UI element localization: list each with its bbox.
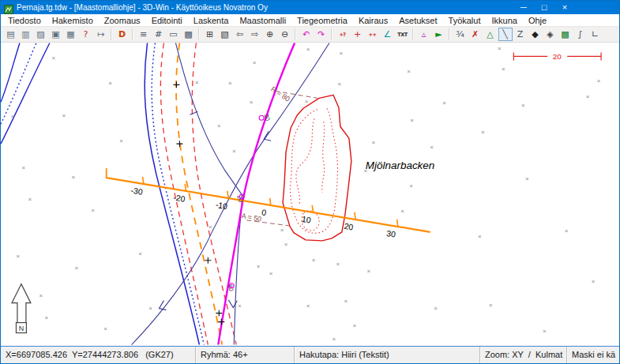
grid-point-marker: × (592, 278, 596, 285)
menu-zoomaus[interactable]: Zoomaus (99, 16, 146, 25)
tangent-arrow-icon (264, 131, 271, 141)
survey-point-marker (176, 141, 182, 147)
status-group: Ryhmä: 46+ (196, 347, 295, 363)
menu-maastomalli[interactable]: Maastomalli (234, 16, 291, 25)
menu-editointi[interactable]: Editointi (146, 16, 188, 25)
menu-ikkuna[interactable]: Ikkuna (486, 16, 522, 25)
tangent-line-2 (175, 43, 242, 344)
toolbar-separator (412, 28, 414, 40)
station-label: 0 (261, 208, 267, 217)
profile-tool-icon[interactable]: ▵ (417, 28, 431, 41)
hill-contour-outer (283, 95, 351, 241)
grid-point-marker: × (232, 148, 236, 155)
corner-contour-blue-dotted (1, 43, 36, 124)
grid-point-marker: × (45, 314, 49, 321)
file-help-icon[interactable]: ? (79, 28, 93, 41)
toolbar-separator (449, 28, 450, 40)
grid-point-marker: × (22, 164, 26, 171)
grid-point-marker: × (195, 79, 199, 86)
xyz-convert-icon[interactable]: ¾ (453, 28, 468, 41)
check-points-icon[interactable]: ✗ (468, 28, 483, 41)
logo-d-icon[interactable]: D (115, 28, 130, 41)
grid-dialog-icon[interactable]: ▩ (182, 28, 196, 41)
model-shield-icon[interactable]: ▩ (558, 28, 573, 41)
grid-point-marker: × (333, 336, 336, 343)
file-read-icon[interactable]: ▤ (4, 28, 18, 41)
point-add-icon[interactable]: + (351, 28, 365, 41)
line-z-icon[interactable]: Z (513, 28, 528, 41)
map-canvas[interactable]: R = 80 A = 50 Mjölnarbacken 20 N (1, 43, 619, 346)
grid-point-marker: × (306, 302, 310, 310)
scale-bar-label: 20 (553, 52, 562, 61)
zoom-window-icon[interactable]: ▧ (218, 28, 232, 41)
file-copy-icon[interactable]: ▣ (49, 28, 63, 41)
maximize-button[interactable]: □ (534, 1, 554, 14)
grid-point-marker: × (344, 298, 348, 305)
grid-point-marker: × (543, 328, 547, 335)
clothoid-annotation: A = 50 (241, 212, 262, 223)
north-arrow-icon: N (12, 284, 31, 333)
hill-contour-finger-dotted (322, 122, 325, 193)
grid-point-marker: × (586, 93, 590, 100)
toolbar-separator (331, 28, 333, 40)
grid-point-marker: × (52, 54, 56, 62)
station-label: -30 (130, 186, 144, 197)
file-browse-icon[interactable]: ▨ (34, 28, 48, 41)
toolbar-separator (198, 28, 200, 40)
triangle-label-icon[interactable]: △ (483, 28, 498, 41)
hook-tool-icon[interactable]: ∟ (588, 28, 603, 41)
grid-point-marker: × (17, 253, 21, 260)
zoom-out-icon[interactable]: ⊖ (278, 28, 292, 41)
survey-point-marker (218, 319, 224, 325)
app-window: Pernaja.tg.tdw - [Maastomalliohje] - 3D-… (0, 0, 620, 364)
minimize-button[interactable]: ─ (513, 1, 534, 14)
file-save-icon[interactable]: ▥ (19, 28, 33, 41)
text-tool-icon[interactable]: TXT (396, 28, 410, 41)
point-move-icon[interactable]: ++ (366, 28, 380, 41)
undo-icon[interactable]: ↶ (299, 28, 314, 41)
survey-point-marker (216, 310, 222, 317)
menu-laskenta[interactable]: Laskenta (188, 16, 235, 25)
grid-point-marker: × (400, 208, 404, 215)
grid-point-marker: × (269, 270, 273, 277)
redo-icon[interactable]: ↷ (314, 28, 329, 41)
grid-point-marker: × (138, 250, 142, 257)
stream-line-blue-solid (145, 43, 199, 344)
close-button[interactable]: × (554, 1, 575, 14)
file-pages-icon[interactable]: ▦ (64, 28, 78, 41)
menu-kairaus[interactable]: Kairaus (353, 16, 393, 25)
menu-asetukset[interactable]: Asetukset (393, 16, 442, 25)
file-export-icon[interactable]: ↦ (94, 28, 108, 41)
angle-tool-icon[interactable]: ∠ (381, 28, 395, 41)
survey-point-marker (173, 81, 179, 88)
menu-ty-kalut[interactable]: Työkalut (443, 16, 487, 25)
station-label: 10 (301, 215, 311, 225)
curve-fit-icon[interactable]: ∫ (573, 28, 588, 41)
print-icon[interactable]: ≡ (137, 28, 151, 41)
station-label: 30 (385, 229, 396, 239)
zoom-next-icon[interactable]: ⇨ (248, 28, 262, 41)
toolbar-separator (295, 28, 296, 40)
zoom-extents-icon[interactable]: ⊞ (203, 28, 217, 41)
corner-contour-blue-2 (1, 43, 50, 144)
dialog-icon[interactable]: ▭ (167, 28, 181, 41)
model-circle-icon[interactable]: ◈ (543, 28, 558, 41)
tin-model-icon[interactable]: ◆ (528, 28, 543, 41)
status-coordinates: X=6697085.426 Y=27444273.806 (GK27) (1, 347, 196, 363)
grid-point-marker: × (481, 129, 485, 136)
flag-tool-icon[interactable]: ► (432, 28, 446, 41)
menu-ohje[interactable]: Ohje (523, 16, 552, 25)
menu-tiegeometria[interactable]: Tiegeometria (291, 16, 353, 25)
grid-point-marker: × (407, 68, 411, 75)
zoom-previous-icon[interactable]: ⇦ (233, 28, 247, 41)
menu-hakemisto[interactable]: Hakemisto (47, 16, 99, 25)
menu-tiedosto[interactable]: Tiedosto (2, 16, 47, 25)
line-point-tool-icon[interactable]: ╲ (498, 28, 513, 41)
zoom-in-icon[interactable]: ⊕ (263, 28, 277, 41)
calculator-icon[interactable]: # (152, 28, 166, 41)
grid-point-marker: × (502, 66, 505, 73)
grid-point-marker: × (597, 77, 601, 84)
grid-point-marker: × (340, 50, 344, 57)
point-search-icon[interactable]: +? (336, 28, 350, 41)
grid-point-marker: × (498, 45, 502, 52)
